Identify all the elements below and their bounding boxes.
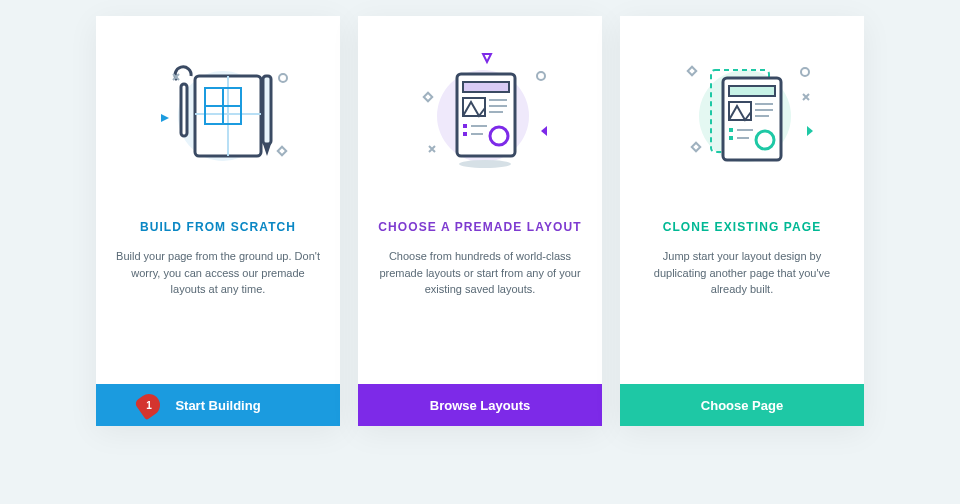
- illustration-premade: [358, 16, 602, 206]
- svg-marker-44: [807, 126, 813, 136]
- svg-rect-38: [729, 128, 733, 132]
- svg-rect-22: [463, 132, 467, 136]
- svg-marker-10: [161, 114, 169, 122]
- card-build-from-scratch: BUILD FROM SCRATCH Build your page from …: [96, 16, 340, 426]
- svg-rect-7: [263, 76, 271, 144]
- illustration-build: [96, 16, 340, 206]
- svg-point-43: [801, 68, 809, 76]
- svg-marker-26: [483, 54, 491, 62]
- svg-marker-28: [541, 126, 547, 136]
- card-title: CLONE EXISTING PAGE: [663, 220, 822, 234]
- option-cards-row: BUILD FROM SCRATCH Build your page from …: [96, 16, 864, 426]
- browse-layouts-button[interactable]: Browse Layouts: [358, 384, 602, 426]
- button-label: Choose Page: [701, 398, 783, 413]
- svg-marker-8: [263, 144, 271, 156]
- svg-rect-45: [688, 67, 696, 75]
- svg-rect-12: [278, 147, 286, 155]
- svg-point-27: [537, 72, 545, 80]
- svg-point-25: [459, 160, 511, 168]
- card-premade-layout: CHOOSE A PREMADE LAYOUT Choose from hund…: [358, 16, 602, 426]
- svg-rect-40: [729, 136, 733, 140]
- step-marker-icon: 1: [134, 390, 165, 421]
- svg-rect-33: [729, 86, 775, 96]
- button-label: Start Building: [175, 398, 260, 413]
- card-title: BUILD FROM SCRATCH: [140, 220, 296, 234]
- illustration-clone: [620, 16, 864, 206]
- svg-rect-46: [692, 143, 700, 151]
- start-building-button[interactable]: 1 Start Building: [96, 384, 340, 426]
- button-label: Browse Layouts: [430, 398, 530, 413]
- svg-rect-20: [463, 124, 467, 128]
- svg-point-11: [279, 74, 287, 82]
- card-description: Jump start your layout design by duplica…: [620, 248, 864, 318]
- card-title: CHOOSE A PREMADE LAYOUT: [378, 220, 581, 234]
- card-description: Choose from hundreds of world-class prem…: [358, 248, 602, 318]
- svg-rect-15: [463, 82, 509, 92]
- card-description: Build your page from the ground up. Don'…: [96, 248, 340, 318]
- svg-rect-9: [181, 84, 187, 136]
- choose-page-button[interactable]: Choose Page: [620, 384, 864, 426]
- card-clone-page: CLONE EXISTING PAGE Jump start your layo…: [620, 16, 864, 426]
- svg-rect-29: [424, 93, 432, 101]
